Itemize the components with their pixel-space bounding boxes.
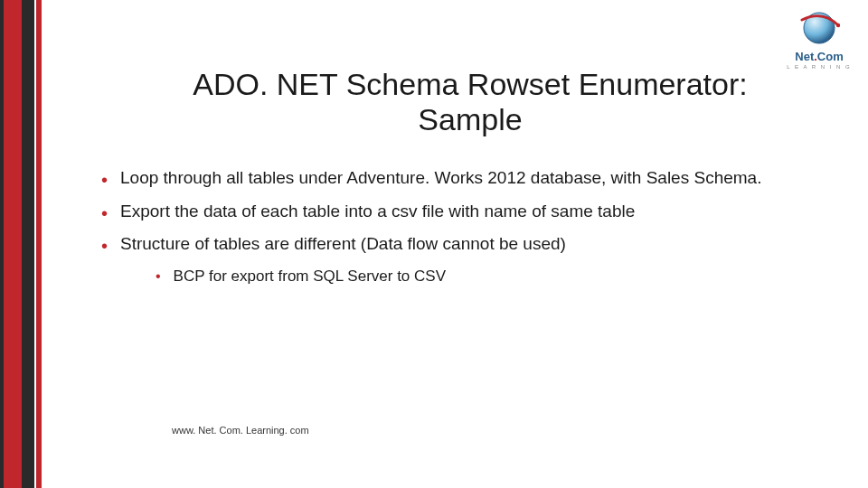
bullet-item: • Structure of tables are different (Dat…	[101, 233, 814, 256]
title-line-1: ADO. NET Schema Rowset Enumerator:	[193, 67, 747, 101]
netcom-logo: Net.Com L E A R N I N G	[783, 7, 855, 70]
logo-name-part1: Net	[795, 50, 814, 63]
bullet-icon: •	[101, 237, 108, 255]
logo-text: Net.Com	[783, 51, 855, 62]
sub-bullet-text: BCP for export from SQL Server to CSV	[174, 267, 446, 286]
slide-title: ADO. NET Schema Rowset Enumerator: Sampl…	[108, 67, 832, 137]
slide-body: • Loop through all tables under Adventur…	[101, 167, 814, 286]
bullet-icon: •	[156, 269, 161, 284]
bullet-text: Export the data of each table into a csv…	[120, 201, 635, 223]
bullet-icon: •	[101, 204, 108, 222]
stripe	[22, 0, 34, 488]
svg-point-1	[836, 23, 840, 27]
left-accent-stripes	[0, 0, 50, 488]
bullet-text: Structure of tables are different (Data …	[120, 233, 566, 256]
logo-mark-icon	[798, 7, 840, 49]
sub-bullet-item: • BCP for export from SQL Server to CSV	[156, 267, 814, 286]
stripe	[4, 0, 22, 488]
bullet-item: • Export the data of each table into a c…	[101, 201, 814, 223]
bullet-item: • Loop through all tables under Adventur…	[101, 167, 814, 190]
bullet-text: Loop through all tables under Adventure.…	[120, 167, 761, 190]
bullet-icon: •	[101, 171, 108, 189]
stripe	[36, 0, 42, 488]
logo-name-part2: Com	[817, 50, 844, 63]
title-line-2: Sample	[418, 102, 522, 136]
footer-url: www. Net. Com. Learning. com	[172, 425, 309, 436]
